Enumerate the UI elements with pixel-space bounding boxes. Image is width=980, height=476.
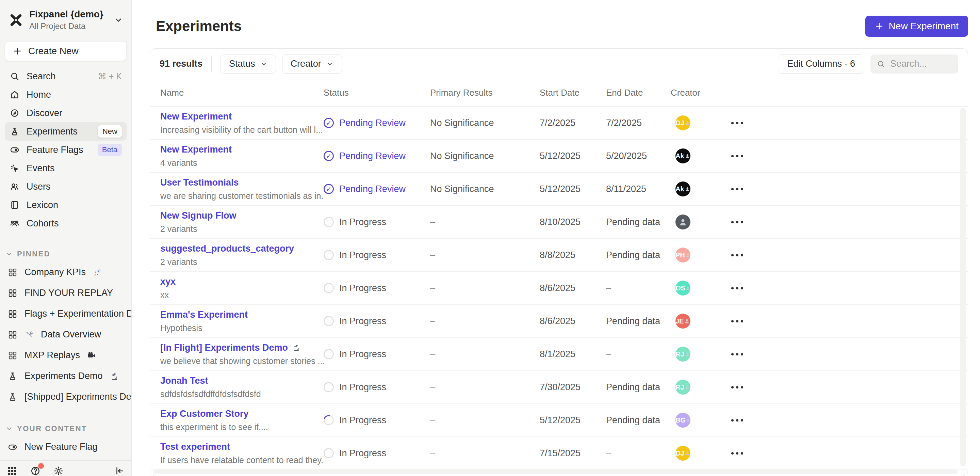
pinned-item-data-overview[interactable]: Data Overview <box>0 324 131 345</box>
row-actions-button[interactable] <box>729 122 769 124</box>
status-icon <box>324 349 334 359</box>
toggle-icon <box>10 145 20 155</box>
pinned-item-find-your-replay[interactable]: FIND YOUR REPLAY <box>0 283 131 303</box>
vertical-scrollbar[interactable] <box>960 108 966 466</box>
row-actions-button[interactable] <box>729 221 769 224</box>
column-header-creator[interactable]: Creator <box>671 88 729 98</box>
row-actions-button[interactable] <box>729 287 769 289</box>
create-new-button[interactable]: Create New <box>5 41 127 61</box>
apps-grid-icon[interactable] <box>7 465 18 476</box>
horizontal-scrollbar[interactable] <box>153 469 958 474</box>
experiment-subtitle: xx <box>160 290 324 300</box>
sidebar-item-label: Experiments <box>27 126 78 137</box>
page-title: Experiments <box>156 18 242 34</box>
experiment-name-link[interactable]: Emma's Experiment <box>160 310 248 320</box>
chevron-down-icon <box>260 60 267 68</box>
pinned-item-flags-experimentation-demo[interactable]: Flags + Experimentation Demo <box>0 303 131 324</box>
end-date-cell: 7/2/2025 <box>606 118 671 128</box>
sidebar-item-label: Lexicon <box>27 200 58 211</box>
row-actions-button[interactable] <box>729 353 769 355</box>
search-input[interactable] <box>890 59 952 69</box>
end-date-cell: Pending data <box>606 316 671 326</box>
experiment-name-link[interactable]: New Signup Flow <box>160 211 237 221</box>
collapse-sidebar-icon[interactable] <box>114 465 124 476</box>
sidebar-item-events[interactable]: Events <box>5 159 127 177</box>
project-switcher[interactable]: Fixpanel {demo} All Project Data <box>0 0 131 33</box>
status-filter-button[interactable]: Status <box>221 54 276 73</box>
status-icon <box>324 184 334 194</box>
person-photo-icon <box>684 448 690 458</box>
experiment-name-link[interactable]: User Testimonials <box>160 177 239 188</box>
your-content-section-header[interactable]: YOUR CONTENT <box>0 422 131 436</box>
experiment-name-link[interactable]: suggested_products_category <box>160 243 294 254</box>
row-actions-button[interactable] <box>729 419 769 422</box>
row-actions-button[interactable] <box>729 155 769 157</box>
creator-cell: PH <box>671 248 729 262</box>
column-header-start-date[interactable]: Start Date <box>540 88 606 98</box>
person-photo-icon <box>684 118 690 128</box>
sidebar-item-label: Cohorts <box>27 218 59 229</box>
primary-results-cell: – <box>430 250 540 260</box>
your-content-item-new-feature-flag[interactable]: New Feature Flag <box>0 436 131 457</box>
pinned-item-mxp-replays[interactable]: MXP Replays <box>0 345 131 366</box>
edit-columns-button[interactable]: Edit Columns · 6 <box>778 54 864 73</box>
keyboard-shortcut: ⌘ + K <box>98 72 122 81</box>
start-date-cell: 8/6/2025 <box>540 283 606 294</box>
experiment-subtitle: Hypothesis <box>160 323 324 333</box>
pinned-item-company-kpis[interactable]: Company KPIs <box>0 262 131 283</box>
avatar: OS <box>675 281 690 296</box>
creator-filter-button[interactable]: Creator <box>282 54 342 73</box>
sidebar-item-experiments[interactable]: Experiments New <box>5 122 127 141</box>
experiment-name-link[interactable]: Test experiment <box>160 442 230 452</box>
row-actions-button[interactable] <box>729 254 769 256</box>
experiment-name-link[interactable]: Jonah Test <box>160 375 208 386</box>
status-cell: In Progress <box>324 448 430 458</box>
toolbar-right: Edit Columns · 6 <box>778 54 958 73</box>
sidebar-item-search[interactable]: Search ⌘ + K <box>5 67 127 85</box>
row-actions-button[interactable] <box>729 452 769 455</box>
table-row: Test experiment If users have relatable … <box>150 437 968 470</box>
sidebar-item-cohorts[interactable]: Cohorts <box>5 214 127 233</box>
start-date-cell: 5/12/2025 <box>540 415 606 426</box>
status-cell: In Progress <box>324 316 430 326</box>
creator-cell: BG <box>671 413 729 428</box>
section-title: PINNED <box>17 249 50 259</box>
row-actions-button[interactable] <box>729 320 769 323</box>
column-header-primary-results[interactable]: Primary Results <box>430 88 540 98</box>
column-header-name[interactable]: Name <box>160 88 324 98</box>
help-icon[interactable] <box>30 465 41 476</box>
name-cell: Emma's Experiment Hypothesis <box>160 310 324 333</box>
sidebar-item-home[interactable]: Home <box>5 85 127 104</box>
board-icon <box>8 330 18 340</box>
avatar-initials: DJ <box>675 119 684 127</box>
gear-icon[interactable] <box>53 465 64 476</box>
status-cell: In Progress <box>324 349 430 359</box>
pinned-section-header[interactable]: PINNED <box>0 247 131 262</box>
table-search <box>870 54 958 73</box>
status-icon <box>324 283 334 293</box>
experiment-name-link[interactable]: xyx <box>160 276 176 287</box>
row-actions-button[interactable] <box>729 188 769 190</box>
pinned-item-label: FIND YOUR REPLAY <box>24 288 113 298</box>
pinned-item-experiments-demo[interactable]: Experiments Demo <box>0 366 131 387</box>
column-header-status[interactable]: Status <box>324 88 430 98</box>
experiment-name-link[interactable]: Exp Customer Story <box>160 409 249 419</box>
start-date-cell: 7/2/2025 <box>540 118 606 128</box>
end-date-cell: Pending data <box>606 250 671 260</box>
experiment-name-link[interactable]: [In Flight] Experiments Demo <box>160 342 288 353</box>
sidebar-item-lexicon[interactable]: Lexicon <box>5 196 127 214</box>
experiment-subtitle: sdfdsfdsfsdfdffdfdsfsdfdsfd <box>160 389 324 399</box>
row-actions-button[interactable] <box>729 386 769 388</box>
pinned-item-shipped-experiments-demo[interactable]: [Shipped] Experiments Demo <box>0 387 131 407</box>
table-body: New Experiment Increasing visibility of … <box>150 107 968 470</box>
sidebar-item-feature-flags[interactable]: Feature Flags Beta <box>5 141 127 159</box>
experiment-name-link[interactable]: New Experiment <box>160 111 232 122</box>
sidebar-item-users[interactable]: Users <box>5 177 127 196</box>
column-header-end-date[interactable]: End Date <box>606 88 671 98</box>
sidebar-item-discover[interactable]: Discover <box>5 104 127 122</box>
new-experiment-button[interactable]: New Experiment <box>865 16 968 37</box>
name-cell: Test experiment If users have relatable … <box>160 442 324 465</box>
table-row: [In Flight] Experiments Demo we believe … <box>150 338 968 371</box>
experiment-name-link[interactable]: New Experiment <box>160 144 232 155</box>
status-cell: In Progress <box>324 415 430 426</box>
